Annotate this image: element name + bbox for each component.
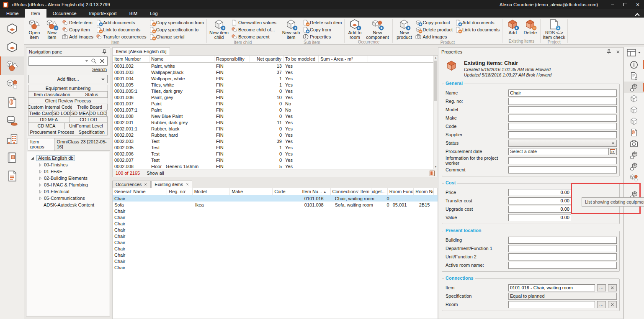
item-row[interactable]: 0002.008 Floor - Generic 150mm FIN 5 Yes [113,163,438,169]
transfer-occurrences-button[interactable]: Transfer occurrences [95,33,148,40]
nav-tab-item-groups[interactable]: Item groups [28,138,54,151]
item-row[interactable]: 0002.001 Rubber, dark grey FIN 11 Yes [113,119,438,125]
column-header[interactable]: Net quantity [250,56,283,62]
model-tree-panel-icon[interactable] [624,104,644,115]
code-input[interactable] [508,123,617,130]
close-tab-icon[interactable] [144,183,147,186]
layout-selector-button[interactable] [624,47,644,58]
value-input[interactable] [508,214,571,221]
existing-item-row[interactable]: Chair [113,252,438,258]
nav-tab-omniclass[interactable]: OmniClass 23 [2012-05-16] [54,138,110,151]
existing-item-row[interactable]: Sofa Ikea 0101.008 Sofa, waiting room 0 … [113,202,438,208]
change-serial-button[interactable]: Change serial [148,33,205,40]
tree-root[interactable]: Alexia English db [28,155,108,161]
existing-items-delete-button[interactable]: Delete [521,18,539,35]
browse-item-button[interactable]: ... [597,284,606,291]
column-header[interactable]: Item Number [113,56,149,62]
search-link[interactable]: Search [92,67,107,72]
item-row[interactable]: 0001.008 New Blue Paint FIN 0 Yes [113,113,438,119]
filter-button[interactable]: Specification [76,129,108,135]
copy-product-button[interactable]: Copy product [414,19,454,26]
items-scrollbar[interactable]: ▲ ▼ [433,56,438,169]
copy-specification-from-button[interactable]: Copy specification from [148,19,205,26]
rooms-module-icon[interactable] [0,20,24,38]
price-input[interactable] [508,189,571,196]
existing-item-row[interactable]: Chair [113,214,438,220]
column-header[interactable]: Make [230,188,273,195]
search-icon[interactable] [91,58,97,64]
item-row[interactable]: 0001.005 Tiles, white FIN 1 Yes [113,82,438,88]
column-header[interactable]: Sum - Area - m² [319,56,368,62]
column-header[interactable]: Room Nu... [414,188,434,195]
documents-panel-icon[interactable] [624,127,644,138]
scrollbar-thumb[interactable] [434,61,437,101]
calendar-button[interactable]: 15 [608,148,617,155]
existing-item-row[interactable]: Chair [113,208,438,214]
delete-sub-item-button[interactable]: Delete sub item [301,19,343,26]
filter-button[interactable]: DD LOD [89,110,107,117]
ribbon-tab[interactable]: BIM [123,9,144,18]
add-filter-dropdown[interactable]: Add filter... [28,75,108,83]
finance-module-icon[interactable] [0,112,24,130]
info-panel-icon[interactable] [624,59,644,70]
project-worker-info-input[interactable] [508,157,617,164]
items-list-tab[interactable]: Items [Alexia English db] [112,47,170,55]
new-sub-item-button[interactable]: New sub item [281,18,301,40]
search-box[interactable] [28,56,108,66]
filter-button[interactable]: Procurement Process [28,129,76,135]
tree-collapsed-icon[interactable] [39,176,42,180]
column-header-sorted[interactable]: Item Nu...▲ [300,188,330,195]
supplier-input[interactable] [508,131,617,138]
tab-existing-items[interactable]: Existing items [151,181,192,188]
column-header[interactable]: Model [193,188,230,195]
item-row[interactable]: 0001.006 Paint, grey FIN 10 Yes [113,94,438,100]
item-window-panel-icon[interactable] [624,149,644,161]
link-to-documents-button[interactable]: Link to documents [95,26,148,33]
overwritten-values-button[interactable]: Overwritten values [230,19,278,26]
filter-button[interactable]: Trello Card [28,110,53,117]
items-pan el-icon[interactable] [624,82,644,93]
column-header[interactable]: Connections: Item:... [331,188,371,195]
existing-item-row[interactable]: Chair [113,220,438,227]
tree-collapsed-icon[interactable] [39,163,42,167]
pin-icon[interactable] [606,49,612,55]
components-module-icon[interactable] [0,75,24,93]
item-image-panel-icon[interactable] [624,161,644,172]
item-row[interactable]: 0001.007:1 Paint FIN 0 No [113,107,438,113]
column-header[interactable]: Room Funct... [388,188,414,195]
existing-item-row[interactable]: Chair [113,227,438,233]
buildings-module-icon[interactable] [0,130,24,148]
delete-product-button[interactable]: Delete product [414,26,454,33]
pin-icon[interactable] [101,49,107,55]
add-documents-button[interactable]: Add documents [95,19,148,26]
existing-item-row[interactable]: Chair [113,233,438,239]
linked-components-panel-icon[interactable] [624,172,644,183]
existing-item-row[interactable]: Chair [113,258,438,264]
item-row[interactable]: 0001.005:1 Tiles, dark grey FIN 0 Yes [113,88,438,94]
ribbon-tab[interactable]: Home [0,9,25,18]
column-header[interactable]: Reg. no: [167,188,192,195]
existing-item-row[interactable]: Chair [113,245,438,252]
item-row[interactable]: 0002.003 Test FIN 39 Yes [113,138,438,144]
column-header[interactable]: Name [149,56,214,62]
new-item-child-button[interactable]: New item child [208,18,230,40]
existing-item-row[interactable]: Chair 0101.016 Chair, waiting room 0 [113,195,438,202]
filter-button[interactable]: Status [76,91,108,98]
connected-room-input[interactable] [508,301,595,308]
ribbon-tab[interactable]: Item [25,9,46,18]
existing-item-row[interactable]: Chair [113,264,438,271]
status-dropdown[interactable] [508,140,617,147]
item-row[interactable]: 0002.001:1 Rubber, black FIN 0 Yes [113,125,438,132]
column-header[interactable]: Responsibility [214,56,250,62]
filter-button[interactable]: Equipment numbering [28,85,108,92]
filter-button[interactable]: Client Review Process [28,97,108,104]
tree-item[interactable]: 00-Finishes [28,161,108,168]
documents-module-icon[interactable] [0,93,24,112]
ribbon-tab[interactable]: Log [144,9,164,18]
item-row[interactable]: 0002.006 Test FIN 0 Yes [113,151,438,157]
close-panel-icon[interactable] [616,50,620,54]
ribbon-tab[interactable]: Import/Export [83,9,123,18]
filter-button[interactable]: Custom Internal Code [28,104,72,110]
unit-input[interactable] [508,253,617,260]
restore-button[interactable] [619,0,631,9]
